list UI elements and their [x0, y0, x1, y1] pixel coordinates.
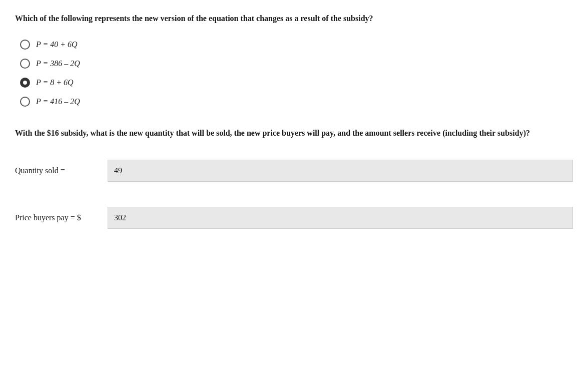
radio-circle-1[interactable]	[20, 40, 30, 50]
price-row: Price buyers pay = $	[15, 207, 573, 229]
quantity-label: Quantity sold =	[15, 166, 108, 175]
radio-label-4: P = 416 – 2Q	[36, 97, 80, 106]
radio-circle-2[interactable]	[20, 59, 30, 69]
quantity-row: Quantity sold =	[15, 160, 573, 182]
radio-label-2: P = 386 – 2Q	[36, 59, 80, 68]
price-input[interactable]	[108, 207, 573, 229]
question1-text: Which of the following represents the ne…	[15, 10, 573, 25]
radio-group: P = 40 + 6Q P = 386 – 2Q P = 8 + 6Q P = …	[15, 40, 573, 107]
question2-text: With the $16 subsidy, what is the new qu…	[15, 127, 573, 140]
radio-label-1: P = 40 + 6Q	[36, 40, 78, 49]
radio-label-3: P = 8 + 6Q	[36, 78, 74, 87]
radio-option-4[interactable]: P = 416 – 2Q	[20, 97, 573, 107]
quantity-input[interactable]	[108, 160, 573, 182]
radio-option-2[interactable]: P = 386 – 2Q	[20, 59, 573, 69]
radio-option-3[interactable]: P = 8 + 6Q	[20, 78, 573, 88]
radio-circle-3[interactable]	[20, 78, 30, 88]
radio-circle-4[interactable]	[20, 97, 30, 107]
radio-option-1[interactable]: P = 40 + 6Q	[20, 40, 573, 50]
price-label: Price buyers pay = $	[15, 213, 108, 222]
